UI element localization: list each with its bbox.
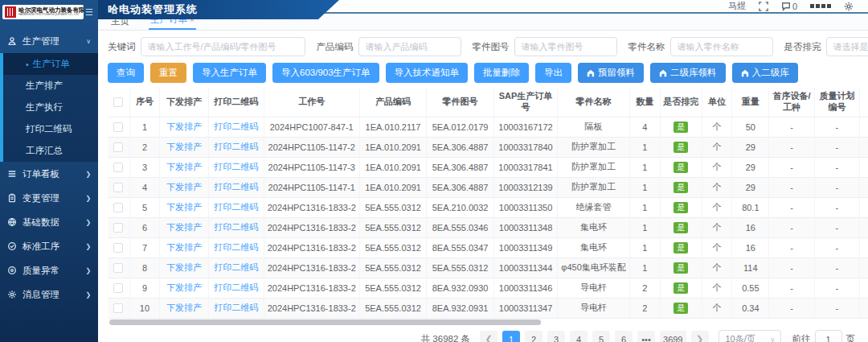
- sidebar-item-6[interactable]: 消息管理❯: [0, 282, 98, 307]
- row-checkbox[interactable]: [113, 243, 123, 253]
- dispatch-link[interactable]: 下发排产: [160, 197, 209, 217]
- table-row: 7下发排产打印二维码2024HPC1316-1833-25EA.555.0312…: [108, 237, 868, 258]
- row-checkbox[interactable]: [113, 142, 123, 152]
- toolbar-button-导入生产订单[interactable]: 导入生产订单: [193, 63, 266, 83]
- quality-plan-no: -: [814, 237, 859, 258]
- select-input[interactable]: [826, 37, 868, 56]
- sn-no: -: [860, 177, 868, 197]
- print-qrcode-link[interactable]: 打印二维码: [208, 217, 264, 237]
- horizontal-scrollbar[interactable]: [108, 319, 868, 326]
- apps-grid-icon[interactable]: [810, 4, 831, 8]
- row-checkbox[interactable]: [113, 203, 123, 212]
- settings-gear-icon[interactable]: [844, 2, 854, 11]
- sidebar-item-1[interactable]: 订单看板❯: [0, 162, 98, 186]
- page-size-select[interactable]: 10条/页∨: [719, 330, 781, 342]
- goto-page-input[interactable]: [815, 330, 842, 342]
- message-icon[interactable]: 0: [781, 2, 797, 11]
- submenu-item-打印二维码[interactable]: 打印二维码: [3, 118, 98, 140]
- scrollbar-thumb[interactable]: [109, 319, 541, 325]
- submenu-item-生产订单[interactable]: 生产订单: [3, 53, 98, 75]
- part-name: 导电杆: [558, 278, 630, 298]
- dispatch-link[interactable]: 下发排产: [160, 258, 209, 278]
- dispatch-link[interactable]: 下发排产: [160, 117, 209, 137]
- weight: 0.55: [732, 278, 769, 298]
- gear-icon: [6, 289, 18, 300]
- dispatch-link[interactable]: 下发排产: [160, 157, 209, 177]
- sidebar-item-label: 消息管理: [23, 289, 85, 301]
- row-checkbox[interactable]: [113, 283, 123, 293]
- table-row: 8下发排产打印二维码2024HPC1316-1833-25EA.555.0312…: [108, 258, 868, 278]
- filter-input-产品编码[interactable]: [358, 37, 461, 56]
- row-checkbox[interactable]: [113, 122, 123, 132]
- dispatch-link[interactable]: 下发排产: [160, 217, 209, 237]
- sidebar-item-5[interactable]: 质量异常❯: [0, 258, 98, 282]
- print-qrcode-link[interactable]: 打印二维码: [208, 197, 264, 217]
- toolbar-button-导入603/903生产订单[interactable]: 导入603/903生产订单: [272, 63, 379, 83]
- row-checkbox[interactable]: [113, 183, 123, 192]
- toolbar-button-二级库领料[interactable]: 二级库领料: [650, 63, 726, 83]
- dispatch-link[interactable]: 下发排产: [160, 137, 209, 157]
- first-equipment: -: [769, 177, 814, 197]
- page-button-2[interactable]: 2: [525, 331, 542, 342]
- submenu-item-工序汇总[interactable]: 工序汇总: [3, 140, 98, 162]
- submenu-item-生产排产[interactable]: 生产排产: [3, 75, 98, 97]
- sidebar-item-4[interactable]: 标准工序❯: [0, 234, 98, 258]
- more-pages-button[interactable]: •••: [637, 331, 655, 342]
- print-qrcode-link[interactable]: 打印二维码: [208, 177, 264, 197]
- sn-no: -: [860, 137, 868, 157]
- toolbar-button-批量删除[interactable]: 批量删除: [474, 63, 529, 83]
- page-button-4[interactable]: 4: [570, 331, 588, 342]
- submenu-item-生产执行[interactable]: 生产执行: [3, 97, 98, 118]
- dispatch-link[interactable]: 下发排产: [160, 177, 209, 197]
- dispatch-link[interactable]: 下发排产: [160, 237, 209, 258]
- page-button-5[interactable]: 5: [592, 331, 610, 342]
- print-qrcode-link[interactable]: 打印二维码: [208, 298, 264, 318]
- toolbar-button-预留领料[interactable]: 预留领料: [578, 63, 644, 83]
- dispatch-link[interactable]: 下发排产: [160, 278, 209, 298]
- select-all-checkbox[interactable]: [113, 97, 123, 107]
- filter-input-零件名称[interactable]: [670, 37, 773, 56]
- page-button-3699[interactable]: 3699: [660, 331, 686, 342]
- sn-no: -: [860, 258, 868, 278]
- page-button-6[interactable]: 6: [615, 331, 633, 342]
- row-index: 1: [129, 117, 160, 137]
- toolbar-button-导入技术通知单[interactable]: 导入技术通知单: [386, 63, 469, 83]
- sidebar-item-3[interactable]: 基础数据❯: [0, 210, 98, 234]
- print-qrcode-link[interactable]: 打印二维码: [208, 137, 264, 157]
- print-qrcode-link[interactable]: 打印二维码: [208, 278, 264, 298]
- page-button-3[interactable]: 3: [547, 331, 565, 342]
- sap-order-no: 10003311347: [493, 298, 557, 318]
- fullscreen-icon[interactable]: [759, 2, 768, 11]
- print-qrcode-link[interactable]: 打印二维码: [208, 258, 264, 278]
- sidebar-item-0[interactable]: 生产管理∨: [0, 29, 98, 53]
- dispatch-link[interactable]: 下发排产: [160, 298, 209, 318]
- filter-input-零件图号[interactable]: [514, 37, 617, 56]
- row-checkbox[interactable]: [113, 303, 123, 313]
- work-no: 2024HPC1316-1833-2: [264, 217, 359, 237]
- next-page-button[interactable]: ❯: [691, 331, 709, 342]
- row-checkbox[interactable]: [113, 223, 123, 233]
- row-checkbox[interactable]: [113, 263, 123, 273]
- print-qrcode-link[interactable]: 打印二维码: [208, 157, 264, 177]
- sidebar-collapse-icon[interactable]: ☰: [85, 8, 96, 17]
- filter-select-是否排完[interactable]: ∨: [826, 37, 868, 56]
- filter-label: 零件图号: [473, 41, 510, 53]
- col-header-SAP生产订单号: SAP生产订单号: [493, 88, 557, 117]
- prev-page-button[interactable]: ❮: [480, 331, 497, 342]
- page-button-1[interactable]: 1: [502, 331, 520, 342]
- total-count: 共 36982 条: [421, 333, 470, 342]
- system-title: 哈电动装管理系统: [108, 2, 198, 17]
- sn-no: -: [860, 237, 868, 258]
- user-name[interactable]: 马煜: [728, 0, 746, 12]
- print-qrcode-link[interactable]: 打印二维码: [208, 117, 264, 137]
- check-circle-icon: [6, 241, 18, 252]
- toolbar-button-查询[interactable]: 查询: [108, 63, 144, 83]
- toolbar-button-入二级库[interactable]: 入二级库: [732, 63, 798, 83]
- row-checkbox[interactable]: [113, 163, 123, 172]
- filter-input-关键词[interactable]: [141, 37, 305, 56]
- print-qrcode-link[interactable]: 打印二维码: [208, 237, 264, 258]
- sidebar-item-2[interactable]: 变更管理❯: [0, 186, 98, 210]
- toolbar-button-重置[interactable]: 重置: [150, 63, 186, 83]
- unit: 个: [702, 237, 732, 258]
- toolbar-button-导出[interactable]: 导出: [535, 63, 571, 83]
